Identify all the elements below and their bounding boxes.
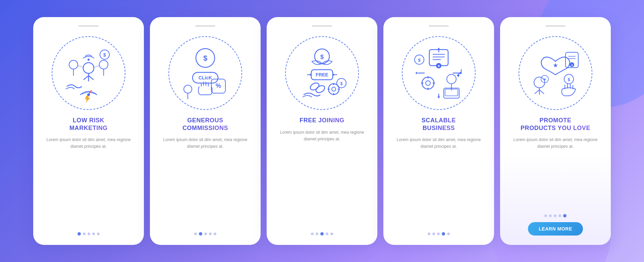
card-scalable-business: ★ $ bbox=[383, 17, 494, 245]
illustration-scalable: ★ $ bbox=[398, 33, 479, 113]
illustration-low-risk: $ bbox=[48, 33, 129, 113]
illustration-promote: ★ ★ ★ bbox=[515, 33, 596, 113]
cards-container: $ LOW RISKMARKETING Lorem ipsum dolor si… bbox=[33, 17, 611, 245]
dashed-circle-2 bbox=[168, 36, 242, 110]
illustration-commissions: $ CLicK % bbox=[165, 33, 246, 113]
dot-4-1[interactable] bbox=[428, 233, 430, 235]
dot-3-4[interactable] bbox=[326, 233, 328, 235]
card-generous-commissions: $ CLicK % GENEROUSCOMMISSIONS Lorem ipsu… bbox=[150, 17, 261, 245]
dot-1-4[interactable] bbox=[92, 233, 95, 235]
dots-row-3 bbox=[311, 232, 333, 236]
card-desc-2: Lorem ipsum dolor sit dim amet, mea regi… bbox=[158, 136, 253, 227]
dots-row-4 bbox=[428, 232, 450, 236]
dot-1-3[interactable] bbox=[88, 233, 90, 235]
dot-3-active[interactable] bbox=[320, 232, 324, 236]
card-title-4: SCALABLEBUSINESS bbox=[422, 117, 456, 132]
dot-3-2[interactable] bbox=[316, 233, 318, 235]
dots-row-1 bbox=[77, 232, 100, 236]
card-title-2: GENEROUSCOMMISSIONS bbox=[182, 117, 228, 132]
dot-4-active[interactable] bbox=[442, 232, 445, 236]
notch-bar-5 bbox=[545, 25, 566, 27]
dot-5-3[interactable] bbox=[554, 214, 556, 217]
dot-2-active[interactable] bbox=[199, 232, 202, 236]
dot-2-4[interactable] bbox=[209, 233, 212, 235]
dots-row-2 bbox=[194, 232, 216, 236]
card-desc-4: Lorem ipsum dolor sit dim amet, mea regi… bbox=[391, 136, 486, 227]
notch-bar bbox=[78, 25, 99, 27]
card-title-3: FREE JOINING bbox=[300, 117, 344, 124]
card-title-5: PROMOTEPRODUCTS YOU LOVE bbox=[521, 117, 590, 132]
notch-bar-2 bbox=[195, 25, 215, 27]
dot-4-5[interactable] bbox=[447, 233, 450, 235]
dashed-circle-5 bbox=[519, 36, 592, 110]
notch-bar-3 bbox=[312, 25, 332, 27]
dot-4-3[interactable] bbox=[437, 233, 440, 235]
dot-2-3[interactable] bbox=[204, 233, 207, 235]
card-promote-products: ★ ★ ★ bbox=[500, 17, 611, 245]
illustration-free-joining: $ FREE bbox=[282, 33, 362, 113]
dot-5-2[interactable] bbox=[549, 214, 552, 217]
dot-5-active[interactable] bbox=[563, 214, 567, 217]
dot-5-4[interactable] bbox=[558, 214, 561, 217]
dot-1-2[interactable] bbox=[83, 233, 86, 235]
card-desc-3: Lorem ipsum dolor sit dim amet, mea regi… bbox=[275, 129, 369, 227]
card-desc-5: Lorem ipsum dolor sit dim amet, mea regi… bbox=[508, 136, 603, 209]
notch-bar-4 bbox=[429, 25, 449, 27]
learn-more-button[interactable]: LEARN MORE bbox=[528, 222, 583, 236]
dot-3-1[interactable] bbox=[311, 233, 314, 235]
dots-row-5 bbox=[544, 214, 567, 217]
dashed-circle-3 bbox=[285, 36, 359, 110]
dot-2-1[interactable] bbox=[194, 233, 197, 235]
dot-3-5[interactable] bbox=[330, 233, 333, 235]
card-free-joining: $ FREE bbox=[267, 17, 377, 245]
dashed-circle bbox=[52, 36, 125, 110]
card-low-risk-marketing: $ LOW RISKMARKETING Lorem ipsum dolor si… bbox=[33, 17, 144, 245]
dot-5-1[interactable] bbox=[544, 214, 547, 217]
card-desc-1: Lorem ipsum dolor sit dim amet, mea regi… bbox=[41, 136, 136, 227]
card-title-1: LOW RISKMARKETING bbox=[69, 117, 108, 132]
dot-4-2[interactable] bbox=[432, 233, 435, 235]
dot-2-5[interactable] bbox=[214, 233, 216, 235]
dot-1-5[interactable] bbox=[97, 233, 100, 235]
dashed-circle-4 bbox=[402, 36, 476, 110]
dot-1-active[interactable] bbox=[77, 232, 81, 236]
